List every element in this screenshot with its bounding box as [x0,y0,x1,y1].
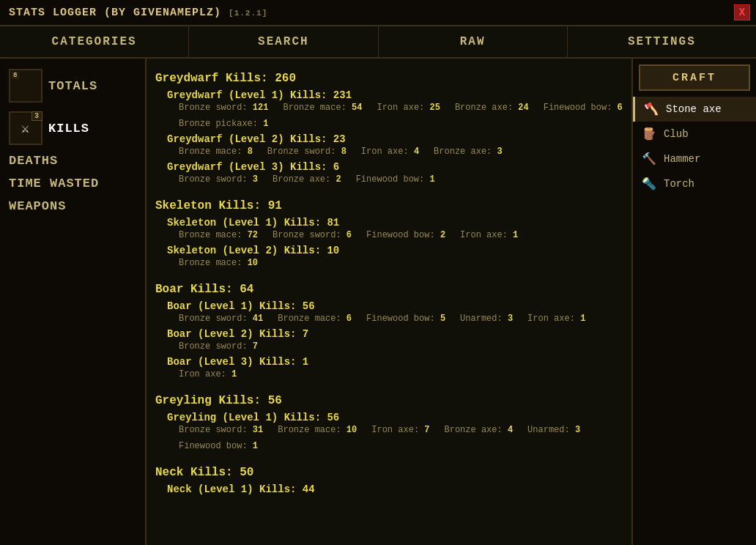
stat-item: Iron axe: 1 [179,369,237,379]
kill-subgroup-header: Neck (Level 1) Kills: 44 [167,483,623,495]
stat-item: Iron axe: 25 [377,103,440,113]
kill-subgroup-header: Boar (Level 1) Kills: 56 [167,300,623,312]
tab-settings[interactable]: SETTINGS [568,26,756,57]
craft-item-torch[interactable]: 🔦 Torch [633,171,756,196]
tab-raw[interactable]: RAW [379,26,568,57]
stat-item: Bronze pickaxe: 1 [179,119,268,129]
kill-subgroup-header: Boar (Level 2) Kills: 7 [167,328,623,340]
tab-categories[interactable]: CATEGORIES [0,26,189,57]
kill-subgroup-header: Greyling (Level 1) Kills: 56 [167,412,623,423]
stat-item: Bronze sword: 7 [179,341,258,352]
stat-item: Bronze mace: 10 [278,425,357,435]
stat-item: Bronze sword: 121 [179,103,268,113]
nav-tabs: CATEGORIES SEARCH RAW SETTINGS [0,26,756,59]
kill-subgroup-header: Greydwarf (Level 1) Kills: 231 [167,89,623,101]
stat-item: Bronze mace: 72 [179,230,258,240]
craft-panel: CRAFT 🪓 Stone axe 🪵 Club 🔨 Hammer 🔦 Torc… [631,59,756,545]
stat-item: Iron axe: 1 [460,230,518,240]
app-title: STATS LOGGER (BY GIVENAMEPLZ) [1.2.1] [9,7,267,19]
sidebar-item-totals[interactable]: 8 TOTALS [0,64,145,107]
craft-button[interactable]: CRAFT [639,64,750,91]
kill-subgroup-header: Greydwarf (Level 3) Kills: 6 [167,161,623,173]
stat-item: Bronze sword: 31 [179,425,263,435]
sidebar-item-weapons[interactable]: WEAPONS [0,195,145,218]
stat-item: Unarmed: 3 [527,425,580,435]
craft-item-hammer[interactable]: 🔨 Hammer [633,147,756,171]
hammer-icon: 🔨 [640,150,658,168]
sidebar-item-time-wasted[interactable]: TIME WASTED [0,172,145,195]
stat-item: Bronze mace: 6 [278,314,352,324]
stat-item: Bronze sword: 41 [179,314,263,324]
kills-icon: ⚔ 3 [9,111,42,145]
torch-icon: 🔦 [640,175,658,193]
club-icon: 🪵 [640,125,658,143]
stat-item: Unarmed: 3 [460,314,513,324]
stat-item: Finewood bow: 2 [366,230,445,240]
craft-item-club[interactable]: 🪵 Club [633,122,756,147]
kill-stat-row: Bronze sword: 31Bronze mace: 10Iron axe:… [179,425,623,451]
stat-item: Iron axe: 1 [527,314,585,324]
kill-group-header: Neck Kills: 50 [155,466,623,479]
stat-item: Finewood bow: 1 [179,441,258,451]
kill-stat-row: Bronze mace: 8Bronze sword: 8Iron axe: 4… [179,147,623,157]
kill-subgroup-header: Skeleton (Level 2) Kills: 10 [167,245,623,256]
stat-item: Bronze mace: 54 [283,103,362,113]
stat-item: Iron axe: 7 [371,425,429,435]
stat-item: Finewood bow: 5 [366,314,445,324]
kill-stat-row: Iron axe: 1 [179,369,623,379]
totals-icon: 8 [9,69,42,103]
kill-stat-row: Bronze sword: 3Bronze axe: 2Finewood bow… [179,174,623,185]
kill-group-header: Skeleton Kills: 91 [155,199,623,212]
kill-group-header: Greyling Kills: 56 [155,394,623,407]
stat-item: Bronze mace: 8 [179,147,253,157]
sidebar: 8 TOTALS ⚔ 3 KILLS DEATHS TIME WASTED WE… [0,59,147,545]
stat-item: Finewood bow: 1 [356,174,435,185]
stone-axe-icon: 🪓 [642,100,660,118]
kill-group-header: Boar Kills: 64 [155,283,623,296]
sidebar-item-deaths[interactable]: DEATHS [0,149,145,172]
stat-item: Bronze axe: 3 [434,147,503,157]
tab-search[interactable]: SEARCH [189,26,378,57]
close-button[interactable]: X [734,4,750,21]
stat-item: Finewood bow: 6 [544,103,623,113]
stat-item: Bronze mace: 10 [179,258,258,268]
kill-stat-row: Bronze sword: 41Bronze mace: 6Finewood b… [179,314,623,324]
kill-subgroup-header: Boar (Level 3) Kills: 1 [167,356,623,368]
stat-item: Bronze axe: 24 [455,103,529,113]
sidebar-item-kills[interactable]: ⚔ 3 KILLS [0,107,145,149]
stat-item: Bronze axe: 4 [444,425,513,435]
stat-item: Bronze sword: 3 [179,174,258,185]
kill-stat-row: Bronze sword: 7 [179,341,623,352]
stat-item: Iron axe: 4 [361,147,419,157]
stat-item: Bronze sword: 8 [267,147,346,157]
kill-subgroup-header: Greydwarf (Level 2) Kills: 23 [167,133,623,145]
craft-item-stone-axe[interactable]: 🪓 Stone axe [633,97,756,122]
stat-item: Bronze sword: 6 [273,230,352,240]
kill-subgroup-header: Skeleton (Level 1) Kills: 81 [167,217,623,229]
kill-group-header: Greydwarf Kills: 260 [155,72,623,85]
kill-stat-row: Bronze mace: 10 [179,258,623,268]
kills-content[interactable]: Greydwarf Kills: 260Greydwarf (Level 1) … [147,59,631,545]
kill-stat-row: Bronze sword: 121Bronze mace: 54Iron axe… [179,103,623,129]
title-bar: STATS LOGGER (BY GIVENAMEPLZ) [1.2.1] X [0,0,756,26]
kill-stat-row: Bronze mace: 72Bronze sword: 6Finewood b… [179,230,623,240]
stat-item: Bronze axe: 2 [273,174,341,185]
main-layout: 8 TOTALS ⚔ 3 KILLS DEATHS TIME WASTED WE… [0,59,756,545]
